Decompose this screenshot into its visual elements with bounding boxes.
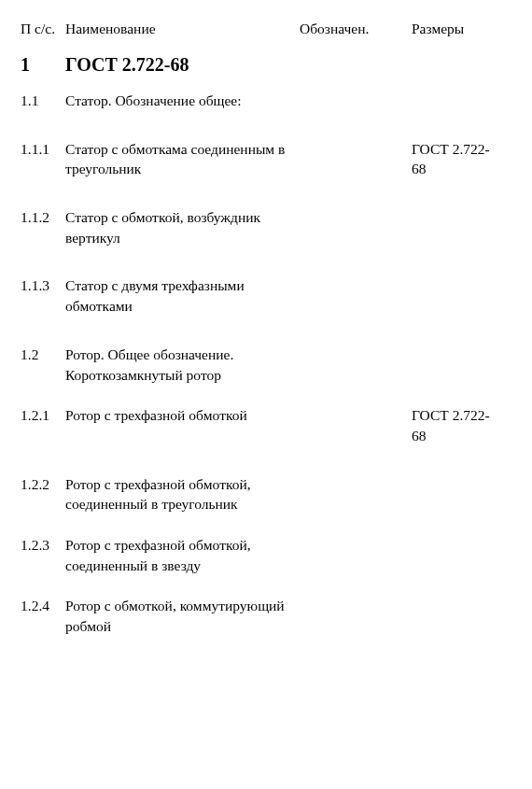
row-name: Ротор с трехфазной обмоткой	[65, 405, 300, 426]
row-name: Ротор с обмоткой, коммутирующий робмой	[65, 596, 300, 636]
table-row: 1.2 Ротор. Общее обозначение. Короткозам…	[21, 345, 504, 385]
table-row: 1.1.3 Статор с двумя трехфазными обмотка…	[21, 275, 504, 316]
row-number: 1	[21, 54, 65, 76]
table-row: 1.2.4 Ротор с обмоткой, коммутирующий ро…	[21, 596, 504, 636]
row-name: Ротор с трехфазной обмоткой, соединенный…	[65, 474, 300, 514]
row-number: 1.2.3	[21, 535, 65, 556]
table-row: 1.2.1 Ротор с трехфазной обмоткой ГОСТ 2…	[21, 405, 504, 445]
row-size: ГОСТ 2.722-68	[412, 139, 504, 179]
table-row: 1.2.3 Ротор с трехфазной обмоткой, соеди…	[21, 535, 504, 575]
table-header: П с/с. Наименование Обозначен. Размеры	[21, 21, 504, 37]
row-name: Статор с обмоткой, возбуждник вертикул	[65, 207, 300, 247]
row-name: Статор с обмоткама соединенным в треугол…	[65, 139, 300, 179]
table-row: 1.1 Статор. Обозначение общее:	[21, 91, 504, 111]
row-number: 1.1.3	[21, 275, 65, 296]
table-row: 1 ГОСТ 2.722-68	[21, 54, 504, 76]
row-number: 1.1.2	[21, 207, 65, 228]
row-name: Статор с двумя трехфазными обмотками	[65, 275, 300, 316]
row-number: 1.1	[21, 91, 65, 111]
row-number: 1.2	[21, 345, 65, 365]
row-number: 1.2.1	[21, 405, 65, 426]
row-name: Ротор. Общее обозначение. Короткозамкнут…	[65, 345, 300, 385]
row-number: 1.2.4	[21, 596, 65, 616]
row-name: Ротор с трехфазной обмоткой, соединенный…	[65, 535, 300, 575]
row-size: ГОСТ 2.722-68	[412, 405, 504, 445]
header-number: П с/с.	[21, 21, 65, 37]
header-designation: Обозначен.	[300, 21, 412, 37]
row-number: 1.1.1	[21, 139, 65, 160]
table-row: 1.1.1 Статор с обмоткама соединенным в т…	[21, 139, 504, 179]
header-size: Размеры	[412, 21, 504, 37]
table-row: 1.1.2 Статор с обмоткой, возбуждник верт…	[21, 207, 504, 247]
row-number: 1.2.2	[21, 474, 65, 495]
document-page: П с/с. Наименование Обозначен. Размеры 1…	[0, 0, 532, 637]
table-row: 1.2.2 Ротор с трехфазной обмоткой, соеди…	[21, 474, 504, 514]
row-name: ГОСТ 2.722-68	[65, 54, 300, 76]
row-name: Статор. Обозначение общее:	[65, 91, 300, 111]
header-name: Наименование	[65, 21, 300, 37]
